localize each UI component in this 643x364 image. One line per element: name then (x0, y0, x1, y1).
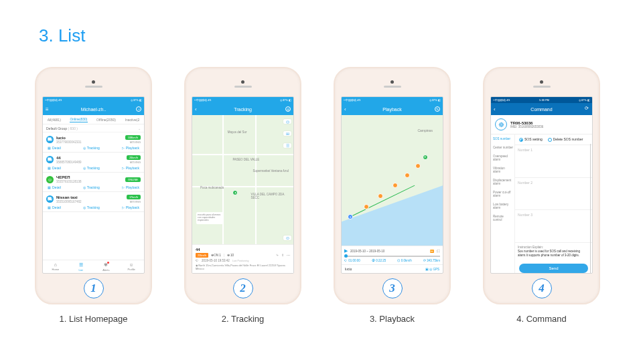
sidebar-item[interactable]: Remote control (491, 212, 515, 224)
map-label: Mayos del Sur (228, 130, 247, 134)
status-right: ◎ 37% ◧ (280, 98, 291, 102)
map-control[interactable]: ⊞ (283, 131, 291, 136)
status-badge: 108km/h (125, 135, 141, 140)
nav-icon[interactable]: ⤷ (276, 254, 279, 257)
back-icon[interactable]: ‹ (494, 106, 496, 112)
search-icon[interactable]: ＋ (136, 106, 141, 112)
page-title: Tracking (234, 107, 252, 112)
sidebar-item[interactable]: Vibration alarm (491, 164, 515, 176)
sidebar-item[interactable]: Displacement alarm (491, 176, 515, 188)
radio-sos[interactable]: SOS setting (519, 137, 543, 142)
speed-icon[interactable]: ⏩ (430, 250, 434, 253)
item-sub: MOVING (127, 161, 141, 164)
status-badge: ONLINE (125, 177, 141, 182)
back-icon[interactable]: ‹ (195, 106, 197, 112)
detail-button[interactable]: ▦ Detail (48, 205, 61, 209)
vehicle-name: lucio (345, 267, 352, 271)
list-item[interactable]: ⛟ lucio 353779000042331 108km/h MOVING ▦… (43, 132, 144, 153)
car-icon: ⛟ (46, 136, 54, 143)
user-icon: ☺ (46, 176, 54, 183)
tab-offline[interactable]: Offline(2050) (96, 118, 116, 122)
playback-button[interactable]: ▷ Playback (122, 166, 139, 170)
tab-list[interactable]: ☰List (68, 260, 94, 273)
play-icon[interactable]: ▶ (344, 248, 348, 254)
list-item[interactable]: ⛟ Nissan taxi 353510095167482 17km/h MOV… (43, 192, 144, 212)
phone-1: ••中国移动 4G ◎ 37% ◧ Michael-zh.. ＋ ≡ All(4… (35, 67, 152, 324)
address: North 15m,Carnicería Villa,Paseo del Val… (196, 264, 285, 270)
tab-all[interactable]: All(4681) (48, 118, 61, 122)
target-icon[interactable]: ◎ (285, 106, 291, 112)
playback-button[interactable]: ▷ Playback (122, 146, 139, 150)
radio-row: SOS setting Delete SOS number (515, 134, 592, 145)
map-control[interactable]: ⊙ (283, 236, 291, 240)
detail-button[interactable]: ▦ Detail (48, 146, 61, 150)
phone-frame: ••中国移动 4G ◎ 37% ◧ ‹ Tracking ◎ Mayos del… (184, 67, 301, 304)
header-bar: ‹ Playback ✎ (342, 103, 443, 115)
number-field[interactable]: Number 2 (515, 177, 592, 210)
screen-playback: ••中国移动 4G ◎ 37% ◧ ‹ Playback ✎ Campinas … (341, 96, 443, 274)
tracking-button[interactable]: ◎ Tracking (83, 166, 100, 170)
map-control[interactable]: ☰ (283, 143, 291, 148)
share-icon[interactable]: ⇪ (281, 254, 284, 257)
stat-mileage: 343.75km (427, 259, 440, 262)
phone-4: ••中国移动 4G 5:33 PM ◎ 37% ◧ ‹ Command ⟳ ☸ … (483, 67, 600, 324)
map[interactable]: Mayos del Sur PASEO DEL VALLE Poca mobca… (192, 115, 293, 244)
send-button[interactable]: Send (519, 264, 588, 273)
group-row[interactable]: Default Group ( 830 ) ⌄ (43, 124, 144, 132)
tab-home[interactable]: ⌂Home (43, 260, 68, 273)
tab-inactive[interactable]: Inactive(2 (125, 118, 140, 122)
history-icon[interactable]: ⟳ (584, 106, 589, 112)
command-sidebar: SOS number Center number Overspeed alarm… (491, 134, 515, 273)
item-imei: 353579103128138 (56, 180, 123, 183)
map-control[interactable]: ◎ (283, 119, 291, 124)
page-title: Command (530, 107, 552, 112)
tracking-button[interactable]: ◎ Tracking (83, 185, 100, 189)
scrollbar[interactable] (590, 144, 591, 273)
playback-controls: ▶ 2019-05-10 ~ 2019-05-10 ⏩ ⛶ ⏲ 01:00:00… (342, 246, 443, 264)
sidebar-item[interactable]: Low battery alarm (491, 200, 515, 212)
expand-icon[interactable]: ⛶ (437, 250, 440, 253)
playback-button[interactable]: ▷ Playback (122, 205, 139, 209)
list-item[interactable]: ⛟ 44 358857080149489 20km/h MOVING ▦ Det… (43, 153, 144, 173)
status-right: ◎ 37% ◧ (429, 98, 441, 102)
tab-alerts[interactable]: ✾Alerts (94, 260, 119, 273)
map[interactable]: Campinas S E (342, 115, 443, 246)
gps-label[interactable]: GPS (433, 268, 439, 271)
tracking-button[interactable]: ◎ Tracking (83, 146, 100, 150)
number-field[interactable]: Number 1 (515, 145, 592, 177)
tab-online[interactable]: Online(830) (70, 117, 87, 122)
tracking-button[interactable]: ◎ Tracking (83, 205, 100, 209)
route-pin (392, 183, 398, 188)
sidebar-item[interactable]: Overspeed alarm (491, 152, 515, 164)
phone-2: ••中国移动 4G ◎ 37% ◧ ‹ Tracking ◎ Mayos del… (184, 67, 301, 324)
number-field[interactable]: Number 3 (515, 209, 592, 242)
status-badge: 20km/h (127, 155, 141, 160)
radio-delete[interactable]: Delete SOS number (548, 137, 583, 142)
vehicle-pin[interactable]: ▲ (232, 190, 238, 195)
list-item[interactable]: ☺ ЧЕРЕП 353579103128138 ONLINE ▦ Detail … (43, 173, 144, 192)
device-imei: 351608082653036 (518, 125, 544, 128)
item-sub: MOVING (125, 141, 141, 144)
more-icon[interactable]: ⋯ (287, 254, 290, 257)
item-sub: MOVING (127, 200, 141, 203)
sidebar-item[interactable]: Power cut-off alarm (491, 188, 515, 200)
timeline-slider[interactable] (344, 256, 440, 257)
back-icon[interactable]: ‹ (344, 106, 346, 112)
map-label: PASEO DEL VALLE (232, 158, 259, 161)
calendar-icon[interactable]: ✎ (435, 106, 440, 112)
status-right: ◎ 37% ◧ (579, 98, 590, 102)
sidebar-item[interactable]: SOS number (491, 134, 515, 143)
route-pin (405, 173, 410, 178)
playback-button[interactable]: ▷ Playback (122, 185, 139, 189)
screen-list: ••中国移动 4G ◎ 37% ◧ Michael-zh.. ＋ ≡ All(4… (42, 96, 145, 274)
sidebar-item[interactable]: Center number (491, 143, 515, 152)
detail-button[interactable]: ▦ Detail (48, 166, 61, 170)
detail-button[interactable]: ▦ Detail (48, 185, 61, 189)
page-title: Playback (382, 107, 401, 112)
tab-profile[interactable]: ☺Profile (119, 260, 144, 273)
layers-icon[interactable]: ▣ (425, 268, 429, 271)
phone-frame: ••中国移动 4G 5:33 PM ◎ 37% ◧ ‹ Command ⟳ ☸ … (483, 67, 600, 304)
home-badge: 4 (532, 278, 552, 298)
menu-icon[interactable]: ≡ (46, 106, 49, 112)
separator: | (224, 254, 224, 257)
